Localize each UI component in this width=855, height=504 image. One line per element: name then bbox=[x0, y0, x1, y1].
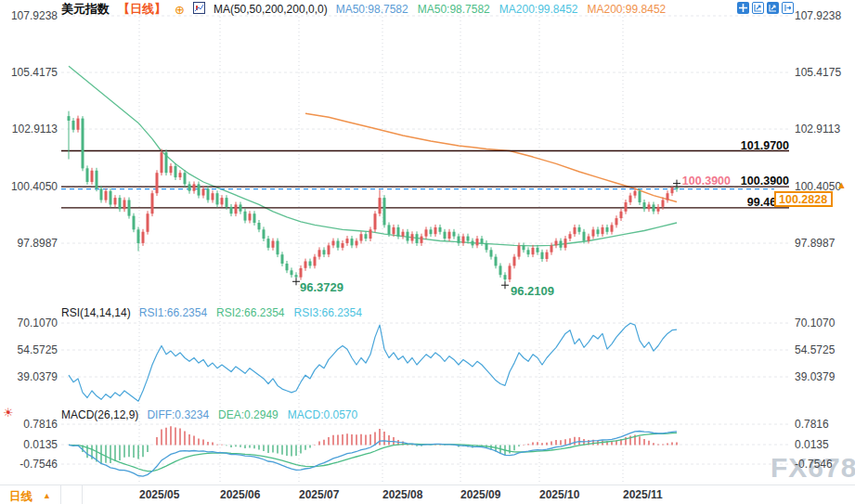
rsi-tick-right: 54.5725 bbox=[795, 343, 835, 356]
macd-header: MACD(26,12,9) DIFF:0.3234DEA:0.2949MACD:… bbox=[61, 408, 357, 421]
month-label: 2025/08 bbox=[382, 488, 422, 501]
macd-legend-value: DIFF:0.3234 bbox=[147, 408, 209, 421]
price-tick-left: 107.9238 bbox=[2, 9, 58, 22]
ma-legend-value: MA200:99.8452 bbox=[588, 3, 667, 16]
price-tick-right: 102.9113 bbox=[795, 123, 840, 136]
add-indicator-icon[interactable]: ⊕ bbox=[175, 3, 185, 17]
footer-period-arrow-icon[interactable]: ▲ bbox=[43, 491, 51, 500]
price-tick-left: 100.4050 bbox=[2, 180, 58, 193]
ma-params-label: MA(50,50,200,200,0,0) bbox=[214, 3, 328, 16]
rsi-params-label: RSI(14,14,14) bbox=[61, 306, 131, 319]
ma-legend-value: MA50:98.7582 bbox=[418, 3, 490, 16]
macd-legend: DIFF:0.3234DEA:0.2949MACD:0.0570 bbox=[147, 408, 357, 421]
rsi-legend-value: RSI2:66.2354 bbox=[216, 306, 284, 319]
period-tag[interactable]: 【日线】 bbox=[118, 1, 166, 18]
month-label: 2025/11 bbox=[623, 488, 663, 501]
symbol-name: 美元指数 bbox=[61, 1, 110, 18]
rsi-tick-left: 39.0379 bbox=[2, 370, 58, 383]
rsi-tick-left: 70.1070 bbox=[2, 317, 58, 330]
rsi-legend-value: RSI1:66.2354 bbox=[139, 306, 207, 319]
price-tick-right: 97.8987 bbox=[795, 237, 835, 250]
zoom-fit-axes-icon[interactable] bbox=[752, 2, 764, 14]
rsi-tick-right: 39.0379 bbox=[795, 370, 835, 383]
low-annotation-2: 96.2109 bbox=[511, 284, 554, 298]
low-annotation-1: 96.3729 bbox=[300, 280, 343, 294]
price-up-arrow-icon: ▲ bbox=[836, 179, 847, 190]
crosshair-move-icon[interactable] bbox=[737, 2, 749, 14]
pan-right-icon[interactable] bbox=[782, 2, 794, 14]
month-label: 2025/06 bbox=[220, 488, 260, 501]
footer-period-selector[interactable]: 日线 bbox=[9, 489, 32, 504]
macd-tick-left: -0.7546 bbox=[2, 458, 58, 471]
month-label: 2025/09 bbox=[460, 488, 500, 501]
macd-legend-value: MACD:0.0570 bbox=[288, 408, 357, 421]
price-tick-right: 107.9238 bbox=[795, 9, 841, 22]
ma-legend-value: MA50:98.7582 bbox=[336, 3, 408, 16]
zoom-fit-axes-filled-icon[interactable] bbox=[767, 2, 779, 14]
macd-tick-right: 0.7816 bbox=[795, 418, 829, 431]
main-chart-header: 美元指数 【日线】 ⊕ MA(50,50,200,200,0,0) MA50:9… bbox=[61, 1, 666, 18]
hline-label-101-97: 101.9700 bbox=[706, 139, 789, 152]
rsi-tick-left: 54.5725 bbox=[2, 343, 58, 356]
macd-params-label: MACD(26,12,9) bbox=[61, 408, 138, 421]
rsi-header: RSI(14,14,14) RSI1:66.2354RSI2:66.2354RS… bbox=[61, 306, 362, 319]
time-axis-bar: 日线 ▲ bbox=[0, 485, 855, 504]
month-label: 2025/07 bbox=[299, 488, 339, 501]
price-tick-right: 105.4175 bbox=[795, 66, 841, 79]
chart-canvas[interactable] bbox=[0, 0, 855, 504]
month-label: 2025/05 bbox=[139, 488, 179, 501]
rsi-legend: RSI1:66.2354RSI2:66.2354RSI3:66.2354 bbox=[139, 306, 362, 319]
macd-legend-value: DEA:0.2949 bbox=[218, 408, 279, 421]
ma-legend: MA50:98.7582MA50:98.7582MA200:99.8452MA2… bbox=[336, 3, 667, 16]
trading-chart-window: 美元指数 【日线】 ⊕ MA(50,50,200,200,0,0) MA50:9… bbox=[0, 0, 855, 504]
macd-tick-left: 0.0135 bbox=[2, 438, 58, 451]
alert-label-100-39: 100.3900 bbox=[650, 174, 731, 187]
footer-divider bbox=[60, 485, 61, 504]
price-tick-left: 97.8987 bbox=[2, 237, 58, 250]
chart-type-icon[interactable] bbox=[193, 2, 205, 17]
indicator-settings-sun-icon[interactable]: ☀ bbox=[3, 406, 14, 420]
footer-divider bbox=[82, 485, 83, 504]
price-tick-left: 105.4175 bbox=[2, 66, 58, 79]
price-tick-left: 102.9113 bbox=[2, 123, 58, 136]
rsi-tick-right: 70.1070 bbox=[795, 317, 835, 330]
chart-toolbar bbox=[737, 2, 794, 14]
current-price-box: 100.2828 bbox=[774, 191, 833, 207]
macd-tick-right: -0.7546 bbox=[795, 458, 833, 471]
macd-tick-right: 0.0135 bbox=[795, 438, 829, 451]
month-label: 2025/10 bbox=[539, 488, 579, 501]
macd-tick-left: 0.7816 bbox=[2, 418, 58, 431]
ma-legend-value: MA200:99.8452 bbox=[499, 3, 578, 16]
rsi-legend-value: RSI3:66.2354 bbox=[294, 306, 362, 319]
